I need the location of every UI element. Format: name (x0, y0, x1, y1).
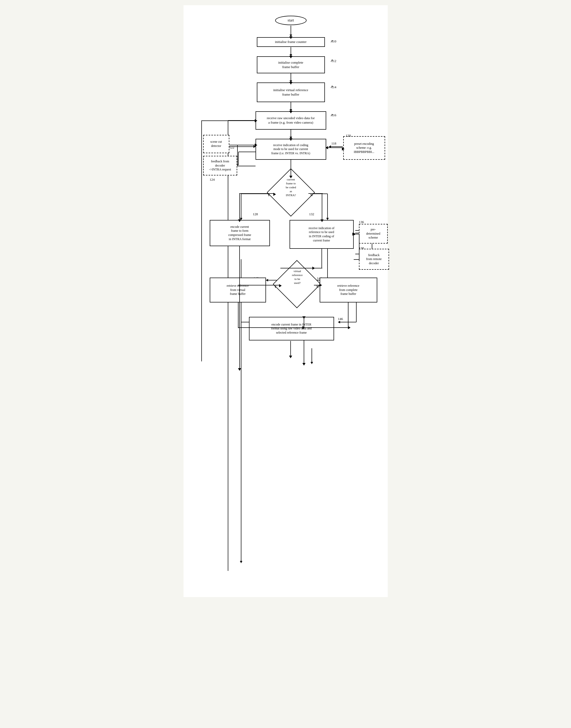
node-118: receive indication of coding mode to be … (255, 139, 326, 160)
node-122: scene cut detector (203, 135, 229, 153)
ref-128: 128 (253, 212, 258, 216)
arrow-132-horiz (280, 268, 322, 269)
arrow-138-head (353, 232, 356, 236)
ref-146: 146 (338, 317, 343, 321)
y-label-2: Y (274, 285, 277, 289)
arrow-d2-y-line (238, 285, 280, 286)
arrow-start-head (289, 36, 293, 39)
arrow-y-down-head (238, 219, 241, 222)
arrow-122-head (255, 143, 257, 147)
arrow-132-down (322, 249, 322, 269)
node-142: retrieve reference from virtual frame bu… (210, 278, 266, 302)
start-node: start (275, 16, 307, 25)
node-112: initialise complete frame buffer (257, 56, 325, 73)
arrow-start-down (291, 26, 291, 37)
arrow-y-head-left (273, 193, 276, 196)
svg-marker-45 (338, 321, 340, 323)
node-128: encode current frame to form compressed … (210, 220, 270, 246)
arrow-114-116 (291, 102, 291, 112)
arrow-y-line (239, 193, 275, 194)
node-116-label: receive raw uncoded video data for a fra… (267, 116, 315, 125)
arrow-112-114 (291, 73, 291, 83)
node-138-label: feedback from remote decoder (366, 253, 382, 266)
svg-marker-49 (240, 561, 242, 563)
arrow-146-head (289, 355, 292, 358)
arrow-132-head (312, 267, 315, 270)
arrow-114-116-head (289, 111, 293, 113)
arrow-146-continue-head (303, 363, 306, 366)
diagram-container: start 110 initialise frame counter 112 i… (184, 5, 388, 597)
arrow-138-line1 (354, 259, 359, 260)
arrow-120-line (327, 147, 343, 148)
node-114-label: initialise virtual reference frame buffe… (273, 88, 309, 97)
node-136-label: pre- determined scheme (366, 228, 380, 240)
tilde-112: ↗ (330, 59, 333, 63)
y-label-1: Y (268, 193, 270, 197)
loop-left-line (201, 120, 202, 361)
arrow-118-diamond-head (289, 176, 293, 178)
node-112-label: initialise complete frame buffer (278, 61, 304, 70)
arrow-124-to-line (237, 166, 255, 166)
arrow-142-down (238, 302, 238, 328)
arrow-122-to-118 (229, 145, 255, 145)
arrow-146-continue (304, 340, 304, 364)
arrow-112-114-head (289, 82, 293, 85)
node-118-label: receive indication of coding mode to be … (271, 143, 310, 155)
ref-124: 124 (210, 178, 215, 182)
arrow-110-112-head (289, 56, 293, 59)
tilde-116: ↗ (330, 113, 333, 117)
arrow-110-112 (291, 47, 291, 57)
ref-132: 132 (309, 212, 315, 216)
flowchart: start 110 initialise frame counter 112 i… (189, 13, 382, 589)
node-120: preset encoding scheme: e.g. IBBPBBPBBI.… (343, 136, 385, 160)
arrow-to-116-left (201, 120, 255, 121)
arrow-142-to-146 (238, 327, 304, 328)
tilde-110: ↗ (330, 39, 333, 43)
arrow-144-down (348, 302, 348, 328)
diamond-virtual-label: virtual reference to be used? (272, 269, 322, 285)
svg-marker-38 (266, 279, 268, 282)
arrow-d2-y-head (279, 284, 282, 287)
node-116: receive raw uncoded video data for a fra… (255, 111, 326, 130)
arrow-116-118-head (289, 138, 293, 141)
arrow-144-to-146 (304, 327, 348, 328)
node-144-label: retrieve reference from complete frame b… (337, 284, 359, 296)
arrow-n-vertical (322, 193, 322, 220)
node-142-label: retrieve reference from virtual frame bu… (227, 284, 249, 296)
ref-118: 118 (331, 141, 336, 145)
diamond-virtual-text: virtual reference to be used? (292, 270, 303, 284)
node-138: feedback from remote decoder (359, 249, 389, 270)
arrow-y-vertical (239, 193, 240, 220)
node-110-label: initialise frame counter (275, 40, 307, 44)
node-124-label: feedback from decoder ->INTRA request (209, 160, 231, 172)
start-label: start (288, 18, 294, 22)
left-continue-line (239, 259, 240, 369)
arrow-146-down (290, 341, 291, 357)
svg-marker-24 (326, 218, 329, 220)
node-120-label: preset encoding scheme: e.g. IBBPBBPBBI.… (354, 142, 374, 154)
diamond-intra-text: current frame to be coded as INTRA? (286, 178, 296, 197)
arrow-138-vertical (359, 234, 359, 260)
arrow-118-diamond (291, 160, 291, 177)
arrow-116-118 (291, 130, 291, 139)
tilde-114: ↗ (330, 85, 333, 89)
node-128-label: encode current frame to form compressed … (228, 225, 251, 241)
arrow-n-down-head (321, 219, 324, 222)
arrow-d2-n-head (319, 284, 322, 287)
n-label-1: N (311, 193, 313, 197)
ref-120: 120 (346, 133, 351, 138)
node-132-label: receive indication of reference to be us… (309, 226, 335, 242)
left-continue-head (238, 368, 241, 371)
node-124: feedback from decoder ->INTRA request (203, 156, 237, 176)
node-136: pre- determined scheme (359, 224, 388, 243)
n-label-2: N (317, 285, 319, 289)
arrow-n-line (309, 193, 323, 194)
ref-136: 136 (359, 220, 364, 224)
node-122-label: scene cut detector (210, 140, 222, 148)
node-144: retrieve reference from complete frame b… (320, 278, 377, 302)
node-132: receive indication of reference to be us… (290, 220, 354, 249)
svg-marker-47 (311, 362, 313, 364)
arrow-124-vertical (237, 145, 238, 166)
arrow-144-146-head (348, 326, 351, 329)
arrow-120-arrowhead (325, 146, 328, 149)
